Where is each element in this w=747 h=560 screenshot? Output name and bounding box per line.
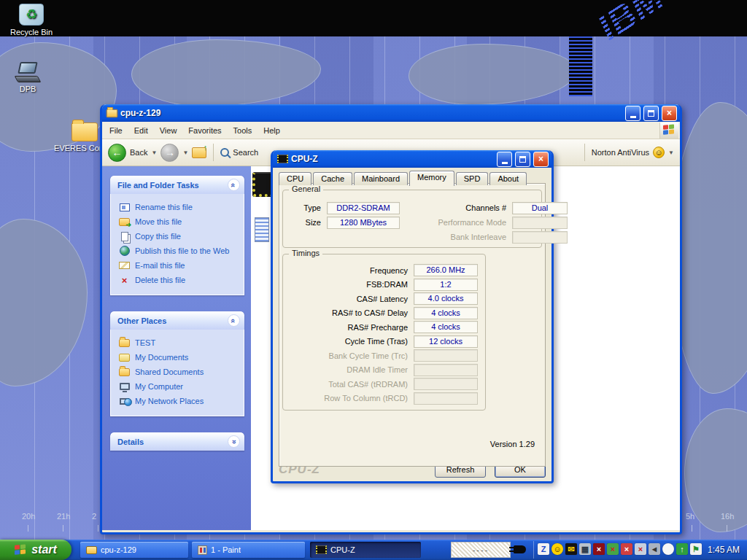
value-field: 12 clocks bbox=[414, 335, 478, 348]
chevron-up-icon[interactable]: « bbox=[228, 314, 240, 327]
maximize-button[interactable] bbox=[515, 152, 530, 167]
task-label: cpu-z-129 bbox=[101, 545, 136, 554]
minimize-button[interactable] bbox=[497, 152, 512, 167]
general-right-column: Channels #DualPerformance ModeBank Inter… bbox=[426, 201, 568, 244]
minimize-button[interactable] bbox=[625, 106, 640, 121]
shared-icon bbox=[119, 368, 130, 376]
windows-flag-icon bbox=[15, 544, 27, 556]
task-label: CPU-Z bbox=[330, 545, 355, 554]
taskbar-clock[interactable]: 1:45 AM bbox=[708, 540, 740, 560]
pen-tablet-icon[interactable]: Z bbox=[538, 543, 549, 555]
forward-button[interactable]: → bbox=[160, 144, 179, 162]
taskbar-task-1-paint[interactable]: 1 - Paint bbox=[192, 542, 305, 558]
sidebar-item-shared-documents[interactable]: Shared Documents bbox=[118, 365, 241, 379]
computer-icon bbox=[120, 383, 130, 390]
start-button[interactable]: start bbox=[0, 540, 71, 560]
taskbar-task-cpu-z[interactable]: CPU-Z bbox=[310, 542, 421, 558]
update-arrow-icon[interactable]: ↑ bbox=[676, 543, 688, 555]
folder-icon bbox=[71, 122, 98, 141]
explorer-titlebar[interactable]: cpu-z-129 × bbox=[102, 104, 680, 122]
norton-dropdown-caret[interactable]: ▼ bbox=[668, 149, 674, 156]
norton-antivirus-icon[interactable]: ☺ bbox=[653, 147, 665, 158]
field-row: Frequency266.0 MHz bbox=[283, 263, 478, 278]
menu-item-help[interactable]: Help bbox=[258, 123, 286, 138]
map-landmass bbox=[0, 219, 88, 386]
value-field: 1280 MBytes bbox=[327, 217, 400, 229]
panel-header[interactable]: File and Folder Tasks« bbox=[110, 176, 244, 194]
users-offline-icon[interactable]: × bbox=[607, 543, 619, 555]
chevron-down-icon[interactable]: « bbox=[228, 435, 240, 448]
tab-cpu[interactable]: CPU bbox=[279, 172, 311, 185]
back-dropdown-caret[interactable]: ▼ bbox=[151, 149, 157, 156]
desktop-icon-recycle-bin[interactable]: ♻ Recycle Bin bbox=[0, 4, 63, 36]
network-computer-icon[interactable]: ▦ bbox=[579, 543, 591, 555]
field-label: CAS# Latency bbox=[283, 295, 414, 303]
norton-antivirus-label[interactable]: Norton AntiVirus bbox=[592, 148, 649, 157]
sidebar-item-label: Move this file bbox=[135, 217, 182, 226]
field-row: Cycle Time (Tras)12 clocks bbox=[283, 335, 478, 349]
sidebar-item-move-this-file[interactable]: Move this file bbox=[118, 214, 241, 229]
tab-mainboard[interactable]: Mainboard bbox=[354, 172, 408, 185]
desktop-icon-dpb[interactable]: DPB bbox=[0, 62, 59, 93]
back-button[interactable]: ← bbox=[108, 144, 126, 162]
close-button[interactable]: × bbox=[533, 152, 549, 167]
forward-dropdown-caret[interactable]: ▼ bbox=[182, 149, 188, 156]
field-label: Type bbox=[292, 203, 327, 212]
start-button-label: start bbox=[31, 543, 57, 556]
maximize-button[interactable] bbox=[643, 106, 659, 121]
task-label: 1 - Paint bbox=[211, 545, 241, 554]
panel-header[interactable]: Other Places« bbox=[110, 311, 244, 330]
sidebar-item-publish-this-file-to-the-web[interactable]: Publish this file to the Web bbox=[118, 244, 241, 258]
tab-about[interactable]: About bbox=[489, 172, 527, 185]
sidebar-item-copy-this-file[interactable]: Copy this file bbox=[118, 229, 241, 244]
norton-agent-icon[interactable]: ☺ bbox=[551, 543, 563, 555]
value-field bbox=[414, 378, 478, 390]
flag-window-icon[interactable]: ⚑ bbox=[690, 543, 702, 555]
menu-item-file[interactable]: File bbox=[104, 123, 128, 138]
up-folder-button[interactable] bbox=[192, 147, 206, 158]
field-row: Bank Cycle Time (Trc) bbox=[283, 349, 478, 363]
chevron-up-icon[interactable]: « bbox=[228, 179, 240, 191]
field-label: Bank Interleave bbox=[426, 233, 512, 241]
sidebar-item-delete-this-file[interactable]: ×Delete this file bbox=[118, 273, 241, 287]
sidebar-item-rename-this-file[interactable]: Rename this file bbox=[118, 200, 241, 214]
sidebar-item-test[interactable]: TEST bbox=[118, 335, 241, 350]
field-row: TypeDDR2-SDRAM bbox=[292, 201, 400, 215]
power-plug-icon[interactable] bbox=[514, 545, 526, 553]
sidebar-item-my-network-places[interactable]: My Network Places bbox=[118, 394, 241, 408]
cpuz-window-title: CPU-Z bbox=[291, 154, 494, 164]
ghost-icon[interactable] bbox=[662, 543, 674, 555]
menu-item-favorites[interactable]: Favorites bbox=[182, 123, 227, 138]
explorer-sidebar: File and Folder Tasks«Rename this fileMo… bbox=[102, 166, 251, 530]
computer-offline-icon[interactable]: × bbox=[621, 543, 632, 555]
network-icon bbox=[120, 398, 129, 405]
field-row: Bank Interleave bbox=[426, 230, 568, 244]
mail-notify-icon[interactable]: ✉ bbox=[565, 543, 577, 555]
timezone-label: 21h bbox=[57, 512, 70, 521]
taskbar-task-cpu-z-129[interactable]: cpu-z-129 bbox=[80, 542, 188, 558]
sidebar-item-my-documents[interactable]: My Documents bbox=[118, 350, 241, 365]
file-icon[interactable] bbox=[255, 217, 269, 242]
toolbar-separator bbox=[584, 144, 585, 161]
sidebar-panel-details: Details« bbox=[110, 432, 244, 451]
tab-memory[interactable]: Memory bbox=[409, 171, 454, 186]
search-button-label[interactable]: Search bbox=[233, 148, 258, 157]
back-button-label[interactable]: Back bbox=[130, 148, 147, 157]
tab-cache[interactable]: Cache bbox=[313, 172, 352, 185]
blocked-media-icon[interactable]: × bbox=[593, 543, 605, 555]
value-field: 266.0 MHz bbox=[414, 264, 478, 276]
volume-icon[interactable]: ◄ bbox=[649, 543, 660, 555]
field-row: CAS# Latency4.0 clocks bbox=[283, 292, 478, 306]
sidebar-item-my-computer[interactable]: My Computer bbox=[118, 379, 241, 394]
search-icon[interactable] bbox=[220, 148, 229, 157]
display-mute-icon[interactable]: × bbox=[635, 543, 646, 555]
close-button[interactable]: × bbox=[662, 106, 677, 121]
tab-spd[interactable]: SPD bbox=[456, 172, 489, 185]
menu-item-tools[interactable]: Tools bbox=[228, 123, 258, 138]
panel-header[interactable]: Details« bbox=[110, 432, 244, 451]
sidebar-item-e-mail-this-file[interactable]: E-mail this file bbox=[118, 258, 241, 273]
menu-item-edit[interactable]: Edit bbox=[128, 123, 154, 138]
cpuz-titlebar[interactable]: CPU-Z × bbox=[273, 150, 551, 168]
menu-item-view[interactable]: View bbox=[154, 123, 183, 138]
battery-meter-band[interactable]: ---- bbox=[451, 542, 511, 558]
